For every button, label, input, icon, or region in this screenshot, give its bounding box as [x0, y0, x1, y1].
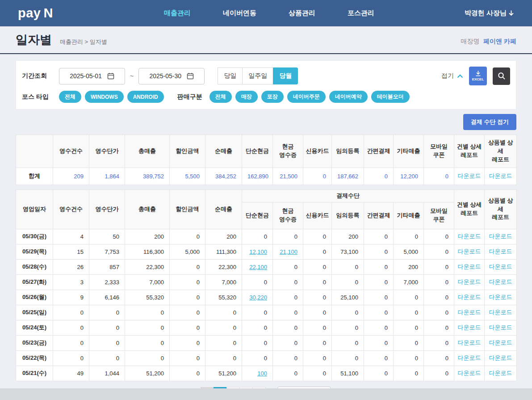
quick-range-1[interactable]: 당일: [218, 67, 243, 84]
download-link[interactable]: 다운로드: [489, 278, 512, 285]
download-link[interactable]: 다운로드: [489, 309, 512, 316]
sale-type-1[interactable]: 전체: [209, 91, 232, 103]
pos-type-2[interactable]: WINDOWS: [85, 91, 124, 103]
summary-col-header: 기타매출: [394, 135, 424, 168]
value-cell: 0: [303, 305, 332, 320]
download-link[interactable]: 다운로드: [489, 294, 512, 300]
download-link[interactable]: 다운로드: [458, 294, 481, 300]
value-cell: 0: [273, 305, 303, 320]
download-link[interactable]: 다운로드: [458, 233, 481, 240]
value-cell: 200: [332, 229, 364, 244]
value-cell: 21,100: [273, 244, 303, 259]
quick-range-3[interactable]: 당월: [273, 67, 298, 84]
download-link[interactable]: 다운로드: [489, 263, 512, 270]
report-cell: 다운로드: [485, 350, 517, 366]
value-detail-link[interactable]: 22,100: [249, 264, 267, 270]
value-cell: 0: [364, 320, 394, 335]
summary-col-header: 총매출: [125, 135, 170, 168]
title-bar: 일자별 매출관리 > 일자별 매장명 페이앤 카페: [0, 26, 532, 54]
store-name-link[interactable]: 페이앤 카페: [483, 38, 516, 45]
sale-type-5[interactable]: 네이버예약: [329, 91, 368, 103]
value-detail-link[interactable]: 30,220: [249, 294, 267, 301]
value-cell: 0: [125, 335, 170, 350]
nav-item-4[interactable]: 포스관리: [348, 9, 374, 17]
summary-value: 5,500: [185, 173, 200, 180]
download-link[interactable]: 다운로드: [489, 370, 512, 376]
download-link[interactable]: 다운로드: [458, 263, 481, 270]
report-cell: 다운로드: [454, 366, 485, 381]
app-logo[interactable]: payN: [18, 6, 53, 21]
pos-type-1[interactable]: 전체: [59, 91, 81, 103]
download-link[interactable]: 다운로드: [489, 354, 512, 361]
nav-item-1[interactable]: 매출관리: [164, 9, 191, 17]
download-link[interactable]: 다운로드: [458, 339, 481, 346]
value-cell: 0: [205, 335, 242, 350]
payment-col-header: 간편결제: [364, 202, 394, 229]
value-detail-link[interactable]: 21,100: [280, 248, 297, 255]
payment-method-collapse-button[interactable]: 결제 수단 접기: [463, 114, 516, 130]
quick-range-2[interactable]: 일주일: [242, 67, 273, 84]
calendar-icon[interactable]: [107, 72, 114, 80]
daily-sales-table: 영업일자영수건수영수단가총매출할인금액순매출결제수단건별 상세 레포트상품별 상…: [16, 189, 517, 381]
payment-col-header: 모바일 쿠폰: [424, 202, 454, 229]
user-name: 박경헌 사장님: [465, 9, 507, 17]
value-cell: 857: [89, 259, 125, 274]
download-link[interactable]: 다운로드: [489, 248, 512, 255]
download-link[interactable]: 다운로드: [458, 309, 481, 316]
excel-download-button[interactable]: EXCEL: [469, 67, 487, 85]
sale-type-6[interactable]: 테이블오더: [371, 91, 410, 103]
value-cell: 0: [242, 320, 273, 335]
user-menu[interactable]: 박경헌 사장님: [465, 9, 514, 17]
download-link[interactable]: 다운로드: [458, 324, 481, 331]
nav-item-2[interactable]: 네이버연동: [223, 9, 256, 17]
table-row: 05/26(월)96,14655,320055,32030,2200025,10…: [16, 290, 517, 305]
value-detail-link[interactable]: 100: [257, 370, 267, 377]
payment-group-header: 결제수단: [242, 189, 454, 202]
download-link[interactable]: 다운로드: [458, 278, 481, 285]
report-cell: 다운로드: [485, 290, 517, 305]
download-link[interactable]: 다운로드: [458, 370, 481, 376]
sale-type-4[interactable]: 네이버주문: [287, 91, 326, 103]
report-cell: 다운로드: [454, 335, 485, 350]
value-cell: 51,200: [205, 366, 242, 381]
summary-value: 187,662: [337, 173, 358, 180]
value-cell: 0: [332, 259, 364, 274]
value-cell: 25,100: [332, 290, 364, 305]
date-from-input[interactable]: 2025-05-01: [59, 68, 125, 84]
sale-type-2[interactable]: 매장: [235, 91, 258, 103]
pos-type-3[interactable]: ANDROID: [127, 91, 164, 103]
table-row: 05/24(토)000000000000다운로드다운로드: [16, 320, 517, 335]
download-link[interactable]: 다운로드: [458, 354, 481, 361]
download-link[interactable]: 다운로드: [489, 233, 512, 240]
summary-value: 0: [445, 173, 448, 180]
value-cell: 5,000: [394, 244, 424, 259]
value-detail-link[interactable]: 12,100: [249, 248, 267, 255]
summary-report-cell: 다운로드: [454, 168, 485, 185]
sale-type-3[interactable]: 포장: [261, 91, 284, 103]
date-to-input[interactable]: 2025-05-30: [138, 68, 205, 84]
value-cell: 0: [364, 229, 394, 244]
value-cell: 0: [332, 305, 364, 320]
download-link[interactable]: 다운로드: [458, 248, 481, 255]
collapse-filters-button[interactable]: 접기: [441, 72, 463, 80]
table-row: 05/28(수)2685722,300022,30022,10000002000…: [16, 259, 517, 274]
filter-actions: 접기 EXCEL: [441, 67, 510, 85]
download-link[interactable]: 다운로드: [489, 173, 512, 179]
value-cell: 55,320: [205, 290, 242, 305]
date-cell: 05/27(화): [16, 274, 53, 290]
report-cell: 다운로드: [485, 366, 517, 381]
download-link[interactable]: 다운로드: [489, 339, 512, 346]
search-button[interactable]: [493, 67, 510, 85]
summary-cell: 384,252: [205, 168, 242, 185]
calendar-icon[interactable]: [187, 72, 194, 80]
nav-item-3[interactable]: 상품관리: [289, 9, 315, 17]
value-cell: 0: [364, 244, 394, 259]
download-link[interactable]: 다운로드: [458, 173, 481, 179]
download-link[interactable]: 다운로드: [489, 324, 512, 331]
top-navbar: payN 매출관리네이버연동상품관리포스관리 박경헌 사장님: [0, 0, 532, 26]
value-cell: 0: [364, 350, 394, 366]
report-cell: 다운로드: [454, 290, 485, 305]
value-cell: 0: [273, 274, 303, 290]
value-cell: 0: [424, 366, 454, 381]
pos-type-label: 포스 타입: [22, 93, 59, 101]
